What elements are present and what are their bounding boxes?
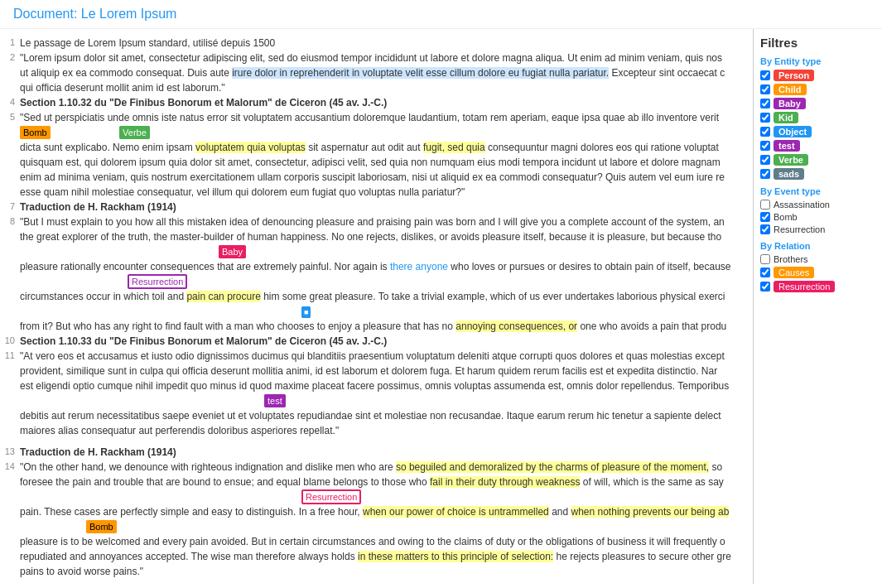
line-row: from it? But who has any right to find f… <box>0 319 753 334</box>
event-type-label: By Event type <box>760 186 875 196</box>
line-content: "On the other hand, we denounce with rig… <box>20 460 753 475</box>
filter-item-sads[interactable]: sads <box>760 168 875 180</box>
line-row: 2 "Lorem ipsum dolor sit amet, consectet… <box>0 51 753 65</box>
line-row: est eligendi optio cumque nihil impedit … <box>0 378 753 393</box>
filter-item-bomb[interactable]: Bomb <box>760 212 875 222</box>
filter-item-verbe[interactable]: Verbe <box>760 154 875 166</box>
badge-baby: Baby <box>774 98 806 109</box>
line-content: quisquam est, qui dolorem ipsum quia dol… <box>20 155 753 170</box>
line-number: 10 <box>0 334 20 348</box>
line-row: quisquam est, qui dolorem ipsum quia dol… <box>0 155 753 170</box>
filter-item-resurrection-relation[interactable]: Resurrection <box>760 281 875 292</box>
line-row: ■ <box>0 304 753 319</box>
line-row: Bomb <box>0 519 753 534</box>
line-row: Resurrection <box>0 274 753 289</box>
line-content: test <box>20 393 753 408</box>
checkbox-verbe[interactable] <box>760 155 770 165</box>
line-row: 11 "At vero eos et accusamus et iusto od… <box>0 349 753 364</box>
label-resurrection-event: Resurrection <box>774 224 825 234</box>
line-number: 11 <box>0 349 20 363</box>
resurrection-annotation[interactable]: Resurrection <box>128 274 187 289</box>
label-brothers: Brothers <box>774 254 808 264</box>
baby-annotation[interactable]: Baby <box>219 245 246 258</box>
line-content: Resurrection <box>20 489 753 504</box>
line-content: pains to avoid worse pains." <box>20 564 753 579</box>
filter-item-object[interactable]: Object <box>760 126 875 137</box>
document-area[interactable]: 1 Le passage de Lorem Ipsum standard, ut… <box>0 29 754 584</box>
line-content: est eligendi optio cumque nihil impedit … <box>20 378 753 393</box>
line-content: "Sed ut perspiciatis unde omnis iste nat… <box>20 110 753 125</box>
filter-item-kid[interactable]: Kid <box>760 112 875 123</box>
line-content: Bomb Verbe <box>20 125 753 140</box>
line-row: maiores alias consequatur aut perferendi… <box>0 423 753 438</box>
line-content: qui officia deserunt mollit anim id est … <box>20 80 753 95</box>
line-row: the great explorer of the truth, the mas… <box>0 229 753 244</box>
filter-item-assassination[interactable]: Assassination <box>760 200 875 210</box>
line-content: "Lorem ipsum dolor sit amet, consectetur… <box>20 51 753 65</box>
line-content: esse quam nihil molestiae consequatur, v… <box>20 185 753 200</box>
page-header: Document: Le Lorem Ipsum <box>0 0 882 29</box>
line-number: 14 <box>0 460 20 474</box>
line-content: pleasure rationally encounter consequenc… <box>20 259 753 274</box>
checkbox-child[interactable] <box>760 84 770 94</box>
line-content: provident, similique sunt in culpa qui o… <box>20 364 753 378</box>
filter-item-brothers[interactable]: Brothers <box>760 254 875 264</box>
line-content: ut aliquip ex ea commodo consequat. Duis… <box>20 65 753 80</box>
checkbox-brothers[interactable] <box>760 254 770 264</box>
main-layout: 1 Le passage de Lorem Ipsum standard, ut… <box>0 29 882 584</box>
checkbox-person[interactable] <box>760 70 770 80</box>
line-row: pleasure rationally encounter consequenc… <box>0 259 753 274</box>
sidebar: Filtres By Entity type Person Child Baby… <box>754 29 882 584</box>
checkbox-assassination[interactable] <box>760 200 770 210</box>
document-title: Le Lorem Ipsum <box>81 7 177 21</box>
line-row: 7 Traduction de H. Rackham (1914) <box>0 200 753 214</box>
line-content: "At vero eos et accusamus et iusto odio … <box>20 349 753 364</box>
filter-item-causes[interactable]: Causes <box>760 267 875 278</box>
filter-item-baby[interactable]: Baby <box>760 98 875 109</box>
line-content: Resurrection <box>20 274 753 289</box>
filter-item-test[interactable]: test <box>760 140 875 152</box>
line-content: "But I must explain to you how all this … <box>20 214 753 229</box>
filter-item-resurrection-event[interactable]: Resurrection <box>760 224 875 234</box>
verbe-annotation[interactable]: Verbe <box>119 126 150 139</box>
line-row: 5 "Sed ut perspiciatis unde omnis iste n… <box>0 110 753 125</box>
blue-annotation[interactable]: ■ <box>301 306 311 318</box>
line-content: the great explorer of the truth, the mas… <box>20 229 753 244</box>
checkbox-sads[interactable] <box>760 169 770 179</box>
resurrection2-annotation[interactable]: Resurrection <box>301 489 361 504</box>
bomb-annotation[interactable]: Bomb <box>20 126 51 139</box>
line-row: Baby <box>0 244 753 259</box>
label-assassination: Assassination <box>774 200 830 210</box>
badge-child: Child <box>774 84 807 95</box>
line-row: Bomb Verbe <box>0 125 753 140</box>
test-annotation[interactable]: test <box>264 394 286 407</box>
checkbox-kid[interactable] <box>760 113 770 123</box>
line-row: foresee the pain and trouble that are bo… <box>0 475 753 489</box>
bomb-annotation-2[interactable]: Bomb <box>86 520 117 533</box>
line-content: Le passage de Lorem Ipsum standard, util… <box>20 36 753 51</box>
checkbox-object[interactable] <box>760 127 770 137</box>
label-causes: Causes <box>774 267 814 278</box>
section-title: Traduction de H. Rackham (1914) <box>20 445 753 460</box>
checkbox-baby[interactable] <box>760 99 770 108</box>
line-number: 7 <box>0 200 20 214</box>
line-content: maiores alias consequatur aut perferendi… <box>20 423 753 438</box>
line-content: dicta sunt explicabo. Nemo enim ipsam vo… <box>20 140 753 155</box>
line-row: pleasure is to be welcomed and every pai… <box>0 534 753 549</box>
line-row: test <box>0 393 753 408</box>
checkbox-test[interactable] <box>760 141 770 151</box>
checkbox-causes[interactable] <box>760 267 770 277</box>
checkbox-bomb[interactable] <box>760 212 770 222</box>
filter-item-person[interactable]: Person <box>760 70 875 81</box>
line-number: 4 <box>0 95 20 109</box>
badge-kid: Kid <box>774 112 798 123</box>
filter-item-child[interactable]: Child <box>760 84 875 95</box>
sidebar-title: Filtres <box>760 36 875 50</box>
document-label: Document: <box>13 7 77 21</box>
checkbox-resurrection-relation[interactable] <box>760 282 770 292</box>
line-row: 8 "But I must explain to you how all thi… <box>0 214 753 229</box>
section-title: Section 1.10.32 du "De Finibus Bonorum e… <box>20 95 753 110</box>
section-title: Traduction de H. Rackham (1914) <box>20 200 753 214</box>
checkbox-resurrection-event[interactable] <box>760 224 770 234</box>
line-content: enim ad minima veniam, quis nostrum exer… <box>20 170 753 185</box>
